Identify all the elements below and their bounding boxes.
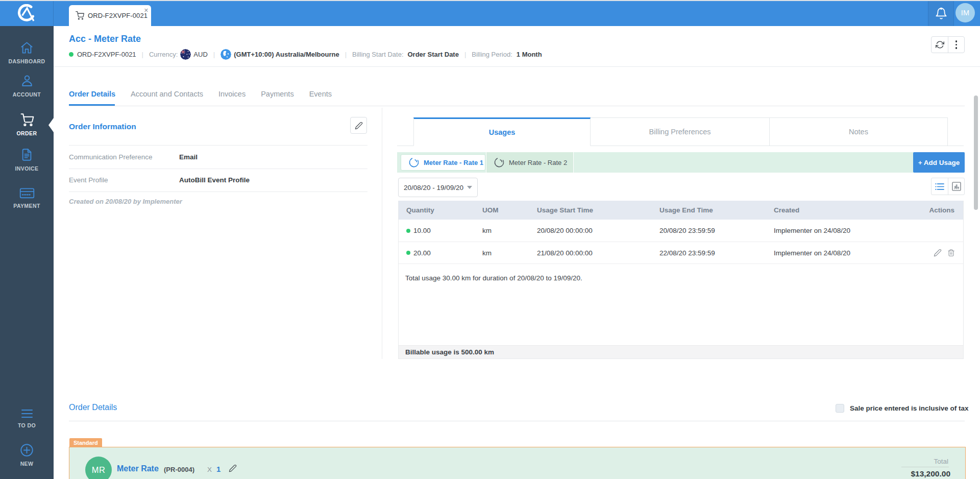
brand-logo-icon <box>16 4 37 23</box>
more-options-button[interactable] <box>948 37 964 53</box>
pencil-icon <box>229 464 237 472</box>
view-toggle-group <box>931 178 965 195</box>
billable-usage-text: Billable usage is 500.00 km <box>405 348 494 356</box>
date-range-dropdown[interactable]: 20/08/20 - 19/09/20 <box>398 178 478 197</box>
sidebar-label-account: ACCOUNT <box>0 91 54 98</box>
sidebar-item-order[interactable]: ORDER <box>0 112 54 136</box>
tax-inclusive-row: Sale price entered is inclusive of tax <box>836 404 969 413</box>
event-profile-value: AutoBill Event Profile <box>179 176 250 184</box>
cell-created: Implementer on 24/08/20 <box>774 242 850 264</box>
tab-usages[interactable]: Usages <box>413 117 591 146</box>
tab-billing-preferences[interactable]: Billing Preferences <box>591 117 770 146</box>
total-underline <box>901 467 949 467</box>
edit-quantity-button[interactable] <box>229 464 237 474</box>
divider <box>69 421 965 421</box>
cart-icon <box>19 112 34 127</box>
separator: | <box>142 51 143 58</box>
order-status-dot <box>69 52 74 57</box>
total-label: Total <box>934 458 948 465</box>
header-divider <box>54 66 980 67</box>
list-view-button[interactable] <box>932 178 948 195</box>
tabs-bottom-border <box>69 106 965 106</box>
pencil-icon <box>355 122 363 130</box>
rate-2-option[interactable]: Meter Rate - Rate 2 <box>486 152 574 173</box>
tab-account-contacts[interactable]: Account and Contacts <box>131 90 203 98</box>
tab-order-details[interactable]: Order Details <box>69 90 115 98</box>
list-view-icon <box>935 183 944 190</box>
sidebar-item-payment[interactable]: PAYMENT <box>0 187 54 209</box>
separator: | <box>464 51 466 58</box>
app-logo[interactable] <box>0 1 54 26</box>
add-usage-button[interactable]: + Add Usage <box>913 152 965 173</box>
vertical-scrollbar[interactable] <box>974 95 978 210</box>
tax-inclusive-label: Sale price entered is inclusive of tax <box>850 404 969 412</box>
comm-pref-label: Communication Preference <box>69 153 153 161</box>
sidebar-label-invoice: INVOICE <box>0 165 54 172</box>
created-note: Created on 20/08/20 by Implementer <box>69 198 182 205</box>
order-window-tab[interactable]: ORD-F2XVPF-0021 ✕ <box>69 5 151 26</box>
sidebar-item-invoice[interactable]: INVOICE <box>0 148 54 172</box>
tab-events[interactable]: Events <box>309 90 332 98</box>
divider <box>69 169 368 169</box>
product-name-link[interactable]: Meter Rate <box>117 464 159 473</box>
sidebar-item-dashboard[interactable]: DASHBOARD <box>0 41 54 64</box>
sidebar-item-todo[interactable]: TO DO <box>0 409 54 428</box>
sidebar-item-new[interactable]: NEW <box>0 443 54 467</box>
tax-inclusive-checkbox[interactable] <box>836 404 844 413</box>
tab-payments[interactable]: Payments <box>261 90 293 98</box>
billing-period-value: 1 Month <box>517 51 542 58</box>
timezone-value: (GMT+10:00) Australia/Melbourne <box>234 51 339 58</box>
currency-label: Currency: <box>149 51 178 58</box>
tabs-border-right <box>948 146 964 146</box>
rate-1-label: Meter Rate - Rate 1 <box>424 159 483 166</box>
date-range-value: 20/08/20 - 19/09/20 <box>404 184 463 191</box>
todo-list-icon <box>21 409 33 419</box>
cell-quantity: 20.00 <box>413 242 431 264</box>
sidebar-item-account[interactable]: ACCOUNT <box>0 74 54 98</box>
sidebar-label-dashboard: DASHBOARD <box>0 58 54 64</box>
edit-order-info-button[interactable] <box>350 117 367 134</box>
edit-row-icon[interactable] <box>934 249 942 257</box>
chevron-down-icon <box>467 186 472 189</box>
invoice-icon <box>20 148 34 162</box>
chart-view-button[interactable] <box>948 178 964 195</box>
plus-circle-icon <box>20 443 34 457</box>
col-quantity: Quantity <box>406 201 434 220</box>
divider <box>69 145 368 146</box>
topbar: ORD-F2XVPF-0021 ✕ IM <box>0 1 980 26</box>
rate-selector-bar: Meter Rate - Rate 1 Meter Rate - Rate 2 … <box>397 152 965 173</box>
col-usage-end: Usage End Time <box>659 201 713 220</box>
total-value: $13,200.00 <box>911 469 950 478</box>
sidebar-label-todo: TO DO <box>0 422 54 428</box>
close-tab-icon[interactable]: ✕ <box>144 7 149 13</box>
product-avatar: MR <box>85 457 112 479</box>
usage-row-1: 10.00 km 20/08/20 00:00:00 20/08/20 23:5… <box>399 220 963 242</box>
usage-row-2: 20.00 km 21/08/20 00:00:00 22/08/20 23:5… <box>399 242 963 264</box>
sidebar: DASHBOARD ACCOUNT ORDER INVOICE PAYMENT <box>0 26 54 479</box>
refresh-button[interactable] <box>932 37 948 53</box>
cell-uom: km <box>482 242 492 264</box>
divider <box>69 191 368 192</box>
panel-divider <box>382 108 382 359</box>
user-avatar[interactable]: IM <box>955 3 975 22</box>
currency-value: AUD <box>193 51 207 58</box>
separator: | <box>213 51 215 58</box>
tab-notes[interactable]: Notes <box>770 117 948 146</box>
header-actions <box>931 36 965 53</box>
refresh-icon <box>936 40 944 49</box>
order-details-heading: Order Details <box>69 403 117 412</box>
product-row: MR Meter Rate (PR-0004) X 1 Total $13,20… <box>69 447 966 479</box>
active-item-arrow <box>48 118 54 132</box>
main-tabs: Order Details Account and Contacts Invoi… <box>69 90 332 98</box>
rate-1-option[interactable]: Meter Rate - Rate 1 <box>401 154 485 171</box>
usage-table-header: Quantity UOM Usage Start Time Usage End … <box>399 201 963 220</box>
payment-card-icon <box>19 187 35 199</box>
cell-usage-start: 20/08/20 00:00:00 <box>537 220 593 242</box>
cell-created: Implementer on 24/08/20 <box>774 220 850 242</box>
order-information-heading: Order Information <box>69 122 136 131</box>
delete-row-icon[interactable] <box>947 249 955 257</box>
cell-usage-end: 20/08/20 23:59:59 <box>659 220 715 242</box>
tab-invoices[interactable]: Invoices <box>218 90 246 98</box>
comm-pref-value: Email <box>179 153 198 161</box>
notifications-button[interactable] <box>928 1 954 26</box>
